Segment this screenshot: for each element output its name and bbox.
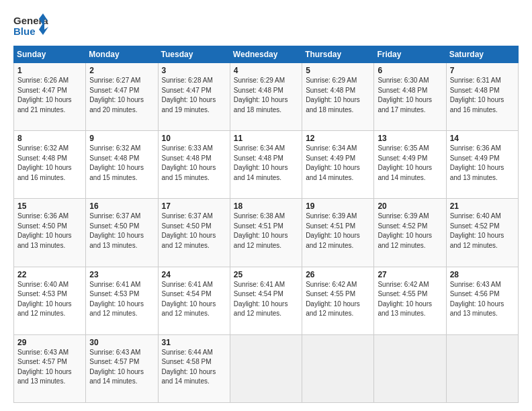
calendar-week-1: 1Sunrise: 6:26 AM Sunset: 4:47 PM Daylig… xyxy=(14,63,519,131)
day-number: 2 xyxy=(89,66,154,75)
calendar-cell xyxy=(446,334,518,402)
day-number: 11 xyxy=(234,134,298,143)
weekday-header-friday: Friday xyxy=(374,46,446,63)
day-info: Sunrise: 6:36 AM Sunset: 4:50 PM Dayligh… xyxy=(17,212,82,250)
day-info: Sunrise: 6:34 AM Sunset: 4:48 PM Dayligh… xyxy=(234,144,298,183)
calendar-cell xyxy=(302,334,374,402)
calendar-week-4: 22Sunrise: 6:40 AM Sunset: 4:53 PM Dayli… xyxy=(14,267,519,334)
day-info: Sunrise: 6:42 AM Sunset: 4:55 PM Dayligh… xyxy=(306,280,370,319)
day-number: 1 xyxy=(17,66,82,75)
day-info: Sunrise: 6:35 AM Sunset: 4:49 PM Dayligh… xyxy=(378,144,442,183)
day-info: Sunrise: 6:29 AM Sunset: 4:48 PM Dayligh… xyxy=(306,76,370,115)
day-info: Sunrise: 6:28 AM Sunset: 4:47 PM Dayligh… xyxy=(162,76,226,115)
day-number: 31 xyxy=(162,338,226,347)
calendar-cell: 9Sunrise: 6:32 AM Sunset: 4:48 PM Daylig… xyxy=(86,131,158,199)
calendar-cell: 17Sunrise: 6:37 AM Sunset: 4:50 PM Dayli… xyxy=(158,199,230,267)
calendar-cell: 22Sunrise: 6:40 AM Sunset: 4:53 PM Dayli… xyxy=(14,267,86,334)
calendar-cell: 18Sunrise: 6:38 AM Sunset: 4:51 PM Dayli… xyxy=(230,199,302,267)
calendar-cell: 26Sunrise: 6:42 AM Sunset: 4:55 PM Dayli… xyxy=(302,267,374,334)
day-number: 16 xyxy=(89,201,154,211)
calendar-cell: 25Sunrise: 6:41 AM Sunset: 4:54 PM Dayli… xyxy=(230,267,302,334)
day-number: 27 xyxy=(378,270,442,279)
day-info: Sunrise: 6:33 AM Sunset: 4:48 PM Dayligh… xyxy=(162,144,226,183)
calendar-cell: 14Sunrise: 6:36 AM Sunset: 4:49 PM Dayli… xyxy=(446,131,518,199)
calendar-cell: 10Sunrise: 6:33 AM Sunset: 4:48 PM Dayli… xyxy=(158,131,230,199)
calendar-cell: 5Sunrise: 6:29 AM Sunset: 4:48 PM Daylig… xyxy=(302,63,374,131)
calendar-cell: 3Sunrise: 6:28 AM Sunset: 4:47 PM Daylig… xyxy=(158,63,230,131)
day-info: Sunrise: 6:34 AM Sunset: 4:49 PM Dayligh… xyxy=(306,144,370,183)
calendar-cell: 1Sunrise: 6:26 AM Sunset: 4:47 PM Daylig… xyxy=(14,63,86,131)
calendar-cell: 30Sunrise: 6:43 AM Sunset: 4:57 PM Dayli… xyxy=(86,334,158,402)
calendar-cell: 15Sunrise: 6:36 AM Sunset: 4:50 PM Dayli… xyxy=(14,199,86,267)
calendar-cell: 31Sunrise: 6:44 AM Sunset: 4:58 PM Dayli… xyxy=(158,334,230,402)
logo-svg: GeneralBlue xyxy=(13,12,48,39)
day-info: Sunrise: 6:32 AM Sunset: 4:48 PM Dayligh… xyxy=(89,144,154,183)
calendar-cell xyxy=(230,334,302,402)
day-number: 7 xyxy=(450,66,515,75)
calendar-cell: 24Sunrise: 6:41 AM Sunset: 4:54 PM Dayli… xyxy=(158,267,230,334)
calendar-cell: 4Sunrise: 6:29 AM Sunset: 4:48 PM Daylig… xyxy=(230,63,302,131)
header: GeneralBlue xyxy=(13,12,519,39)
weekday-header-thursday: Thursday xyxy=(302,46,374,63)
calendar-cell: 13Sunrise: 6:35 AM Sunset: 4:49 PM Dayli… xyxy=(374,131,446,199)
day-info: Sunrise: 6:30 AM Sunset: 4:48 PM Dayligh… xyxy=(378,76,442,115)
day-number: 25 xyxy=(234,270,298,279)
calendar-cell xyxy=(374,334,446,402)
day-info: Sunrise: 6:43 AM Sunset: 4:57 PM Dayligh… xyxy=(17,348,82,387)
day-info: Sunrise: 6:36 AM Sunset: 4:49 PM Dayligh… xyxy=(450,144,515,183)
day-number: 10 xyxy=(162,134,226,143)
day-info: Sunrise: 6:41 AM Sunset: 4:54 PM Dayligh… xyxy=(162,280,226,319)
weekday-header-sunday: Sunday xyxy=(14,46,86,63)
day-number: 4 xyxy=(234,66,298,75)
day-number: 20 xyxy=(378,201,442,211)
calendar-header-row: SundayMondayTuesdayWednesdayThursdayFrid… xyxy=(14,46,519,63)
day-info: Sunrise: 6:43 AM Sunset: 4:57 PM Dayligh… xyxy=(89,348,154,387)
day-info: Sunrise: 6:41 AM Sunset: 4:54 PM Dayligh… xyxy=(234,280,298,319)
day-info: Sunrise: 6:37 AM Sunset: 4:50 PM Dayligh… xyxy=(162,212,226,250)
weekday-header-saturday: Saturday xyxy=(446,46,518,63)
weekday-header-wednesday: Wednesday xyxy=(230,46,302,63)
day-number: 24 xyxy=(162,270,226,279)
weekday-header-monday: Monday xyxy=(86,46,158,63)
day-number: 17 xyxy=(162,201,226,211)
day-info: Sunrise: 6:39 AM Sunset: 4:51 PM Dayligh… xyxy=(306,212,370,250)
calendar-header: SundayMondayTuesdayWednesdayThursdayFrid… xyxy=(14,46,519,63)
day-info: Sunrise: 6:26 AM Sunset: 4:47 PM Dayligh… xyxy=(17,76,82,115)
day-number: 19 xyxy=(306,201,370,211)
day-info: Sunrise: 6:39 AM Sunset: 4:52 PM Dayligh… xyxy=(378,212,442,250)
day-info: Sunrise: 6:29 AM Sunset: 4:48 PM Dayligh… xyxy=(234,76,298,115)
calendar-cell: 27Sunrise: 6:42 AM Sunset: 4:55 PM Dayli… xyxy=(374,267,446,334)
day-number: 5 xyxy=(306,66,370,75)
weekday-header-tuesday: Tuesday xyxy=(158,46,230,63)
calendar-cell: 28Sunrise: 6:43 AM Sunset: 4:56 PM Dayli… xyxy=(446,267,518,334)
day-number: 23 xyxy=(89,270,154,279)
day-number: 3 xyxy=(162,66,226,75)
day-number: 21 xyxy=(450,201,515,211)
calendar-cell: 21Sunrise: 6:40 AM Sunset: 4:52 PM Dayli… xyxy=(446,199,518,267)
day-number: 26 xyxy=(306,270,370,279)
calendar-table: SundayMondayTuesdayWednesdayThursdayFrid… xyxy=(13,46,519,403)
day-number: 18 xyxy=(234,201,298,211)
calendar-week-3: 15Sunrise: 6:36 AM Sunset: 4:50 PM Dayli… xyxy=(14,199,519,267)
day-number: 29 xyxy=(17,338,82,347)
calendar-cell: 20Sunrise: 6:39 AM Sunset: 4:52 PM Dayli… xyxy=(374,199,446,267)
day-info: Sunrise: 6:43 AM Sunset: 4:56 PM Dayligh… xyxy=(450,280,515,319)
day-number: 13 xyxy=(378,134,442,143)
logo: GeneralBlue xyxy=(13,12,48,39)
svg-text:Blue: Blue xyxy=(13,26,36,37)
day-info: Sunrise: 6:44 AM Sunset: 4:58 PM Dayligh… xyxy=(162,348,226,387)
day-info: Sunrise: 6:31 AM Sunset: 4:48 PM Dayligh… xyxy=(450,76,515,115)
calendar-cell: 23Sunrise: 6:41 AM Sunset: 4:53 PM Dayli… xyxy=(86,267,158,334)
calendar-cell: 16Sunrise: 6:37 AM Sunset: 4:50 PM Dayli… xyxy=(86,199,158,267)
day-info: Sunrise: 6:37 AM Sunset: 4:50 PM Dayligh… xyxy=(89,212,154,250)
day-number: 9 xyxy=(89,134,154,143)
calendar-cell: 8Sunrise: 6:32 AM Sunset: 4:48 PM Daylig… xyxy=(14,131,86,199)
calendar-cell: 11Sunrise: 6:34 AM Sunset: 4:48 PM Dayli… xyxy=(230,131,302,199)
day-number: 28 xyxy=(450,270,515,279)
day-info: Sunrise: 6:41 AM Sunset: 4:53 PM Dayligh… xyxy=(89,280,154,319)
calendar-cell: 12Sunrise: 6:34 AM Sunset: 4:49 PM Dayli… xyxy=(302,131,374,199)
day-info: Sunrise: 6:42 AM Sunset: 4:55 PM Dayligh… xyxy=(378,280,442,319)
day-info: Sunrise: 6:40 AM Sunset: 4:52 PM Dayligh… xyxy=(450,212,515,250)
calendar-cell: 2Sunrise: 6:27 AM Sunset: 4:47 PM Daylig… xyxy=(86,63,158,131)
day-info: Sunrise: 6:27 AM Sunset: 4:47 PM Dayligh… xyxy=(89,76,154,115)
